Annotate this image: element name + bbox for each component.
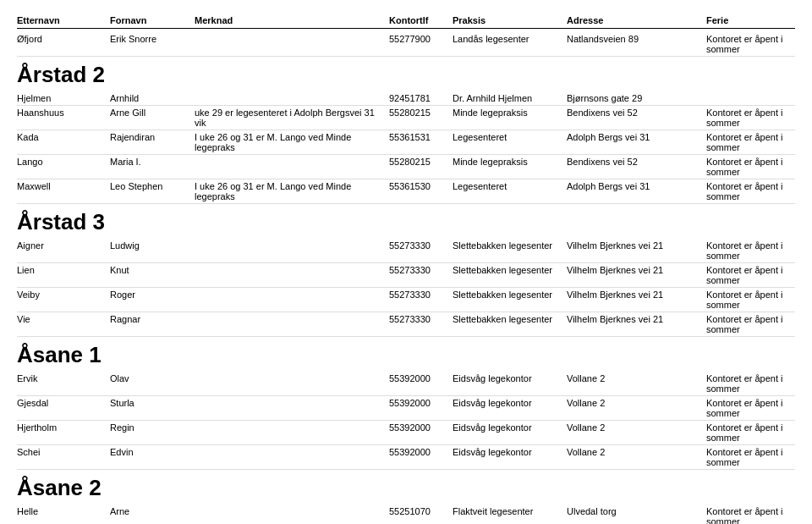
- cell-fornavn: Sturla: [110, 398, 195, 408]
- table-row: LangoMaria I.55280215Minde legepraksisBe…: [17, 155, 795, 179]
- cell-merknad: I uke 26 og 31 er M. Lango ved Minde leg…: [195, 132, 389, 152]
- table-row: ErvikOlav55392000Eidsvåg legekontorVolla…: [17, 372, 795, 396]
- section-heading: Åsane 2: [17, 475, 795, 501]
- cell-etternavn: Lango: [17, 157, 110, 167]
- cell-adresse: Vilhelm Bjerknes vei 21: [567, 290, 706, 300]
- cell-etternavn: Aigner: [17, 240, 110, 251]
- cell-etternavn: Lien: [17, 265, 110, 275]
- table-row: MaxwellLeo StephenI uke 26 og 31 er M. L…: [17, 179, 795, 204]
- cell-ferie: Kontoret er åpent i sommer: [706, 373, 795, 394]
- cell-adresse: Vilhelm Bjerknes vei 21: [567, 240, 706, 251]
- cell-ferie: Kontoret er åpent i sommer: [706, 447, 795, 467]
- table-row: LienKnut55273330Slettebakken legesenterV…: [17, 263, 795, 288]
- cell-adresse: Vollane 2: [567, 398, 706, 408]
- cell-adresse: Vilhelm Bjerknes vei 21: [567, 265, 706, 275]
- col-header-ferie: Ferie: [706, 15, 795, 25]
- cell-kontortlf: 55280215: [389, 157, 453, 167]
- cell-merknad: uke 29 er legesenteret i Adolph Bergsvei…: [195, 108, 389, 128]
- cell-kontortlf: 55251070: [389, 506, 453, 516]
- cell-etternavn: Schei: [17, 447, 110, 457]
- cell-adresse: Adolph Bergs vei 31: [567, 181, 706, 191]
- cell-etternavn: Helle: [17, 506, 110, 516]
- cell-fornavn: Regin: [110, 422, 195, 433]
- cell-praksis: Minde legepraksis: [453, 157, 567, 167]
- cell-adresse: Vollane 2: [567, 422, 706, 433]
- cell-etternavn: Kada: [17, 132, 110, 142]
- cell-fornavn: Olav: [110, 373, 195, 383]
- cell-praksis: Legesenteret: [453, 181, 567, 191]
- cell-ferie: Kontoret er åpent i sommer: [706, 181, 795, 201]
- cell-kontortlf: 55361530: [389, 181, 453, 191]
- cell-kontortlf: 55392000: [389, 398, 453, 408]
- cell-praksis: Slettebakken legesenter: [453, 240, 567, 251]
- cell-kontortlf: 55392000: [389, 422, 453, 433]
- table-body: ØfjordErik Snorre55277900Landås legesent…: [17, 32, 795, 524]
- section-heading: Åsane 1: [17, 342, 795, 368]
- cell-praksis: Slettebakken legesenter: [453, 290, 567, 300]
- cell-kontortlf: 55392000: [389, 447, 453, 457]
- col-header-fornavn: Fornavn: [110, 15, 195, 25]
- cell-praksis: Legesenteret: [453, 132, 567, 142]
- cell-fornavn: Roger: [110, 290, 195, 300]
- cell-ferie: Kontoret er åpent i sommer: [706, 290, 795, 310]
- cell-praksis: Minde legepraksis: [453, 108, 567, 118]
- cell-ferie: Kontoret er åpent i sommer: [706, 422, 795, 443]
- cell-ferie: Kontoret er åpent i sommer: [706, 157, 795, 177]
- cell-ferie: Kontoret er åpent i sommer: [706, 240, 795, 261]
- cell-praksis: Landås legesenter: [453, 34, 567, 44]
- cell-ferie: Kontoret er åpent i sommer: [706, 506, 795, 524]
- table-row: HjelmenArnhild92451781Dr. Arnhild Hjelme…: [17, 91, 795, 106]
- col-header-merknad: Merknad: [195, 15, 389, 25]
- cell-fornavn: Rajendiran: [110, 132, 195, 142]
- cell-kontortlf: 55277900: [389, 34, 453, 44]
- cell-kontortlf: 55361531: [389, 132, 453, 142]
- cell-merknad: I uke 26 og 31 er M. Lango ved Minde leg…: [195, 181, 389, 201]
- cell-praksis: Flaktveit legesenter: [453, 506, 567, 516]
- table-row: HaanshuusArne Gilluke 29 er legesenteret…: [17, 106, 795, 130]
- section-heading: Årstad 3: [17, 209, 795, 235]
- cell-praksis: Eidsvåg legekontor: [453, 373, 567, 383]
- cell-adresse: Vollane 2: [567, 373, 706, 383]
- cell-fornavn: Leo Stephen: [110, 181, 195, 191]
- table-header: Etternavn Fornavn Merknad Kontortlf Prak…: [17, 15, 795, 29]
- cell-praksis: Eidsvåg legekontor: [453, 447, 567, 457]
- cell-adresse: Adolph Bergs vei 31: [567, 132, 706, 142]
- cell-ferie: Kontoret er åpent i sommer: [706, 34, 795, 54]
- cell-adresse: Bendixens vei 52: [567, 108, 706, 118]
- cell-ferie: Kontoret er åpent i sommer: [706, 108, 795, 128]
- table-row: ScheiEdvin55392000Eidsvåg legekontorVoll…: [17, 445, 795, 470]
- table-row: KadaRajendiranI uke 26 og 31 er M. Lango…: [17, 130, 795, 155]
- cell-etternavn: Øfjord: [17, 34, 110, 44]
- cell-praksis: Dr. Arnhild Hjelmen: [453, 93, 567, 103]
- cell-adresse: Bendixens vei 52: [567, 157, 706, 167]
- cell-kontortlf: 55273330: [389, 240, 453, 251]
- cell-kontortlf: 55273330: [389, 265, 453, 275]
- table-row: AignerLudwig55273330Slettebakken legesen…: [17, 239, 795, 263]
- cell-fornavn: Maria I.: [110, 157, 195, 167]
- table-row: ØfjordErik Snorre55277900Landås legesent…: [17, 32, 795, 57]
- col-header-praksis: Praksis: [453, 15, 567, 25]
- table-row: HelleArne55251070Flaktveit legesenterUlv…: [17, 505, 795, 524]
- cell-etternavn: Vie: [17, 314, 110, 324]
- cell-ferie: Kontoret er åpent i sommer: [706, 398, 795, 418]
- table-row: VeibyRoger55273330Slettebakken legesente…: [17, 288, 795, 312]
- cell-kontortlf: 55280215: [389, 108, 453, 118]
- col-header-kontortlf: Kontortlf: [389, 15, 453, 25]
- cell-kontortlf: 55273330: [389, 314, 453, 324]
- cell-ferie: Kontoret er åpent i sommer: [706, 132, 795, 152]
- cell-fornavn: Ragnar: [110, 314, 195, 324]
- cell-fornavn: Arne: [110, 506, 195, 516]
- cell-etternavn: Hjelmen: [17, 93, 110, 103]
- cell-adresse: Vilhelm Bjerknes vei 21: [567, 314, 706, 324]
- cell-praksis: Eidsvåg legekontor: [453, 422, 567, 433]
- cell-adresse: Ulvedal torg: [567, 506, 706, 516]
- cell-adresse: Bjørnsons gate 29: [567, 93, 706, 103]
- cell-adresse: Vollane 2: [567, 447, 706, 457]
- cell-ferie: Kontoret er åpent i sommer: [706, 314, 795, 334]
- table-row: GjesdalSturla55392000Eidsvåg legekontorV…: [17, 396, 795, 421]
- cell-fornavn: Arnhild: [110, 93, 195, 103]
- cell-etternavn: Ervik: [17, 373, 110, 383]
- cell-praksis: Eidsvåg legekontor: [453, 398, 567, 408]
- cell-kontortlf: 55392000: [389, 373, 453, 383]
- section-heading: Årstad 2: [17, 62, 795, 88]
